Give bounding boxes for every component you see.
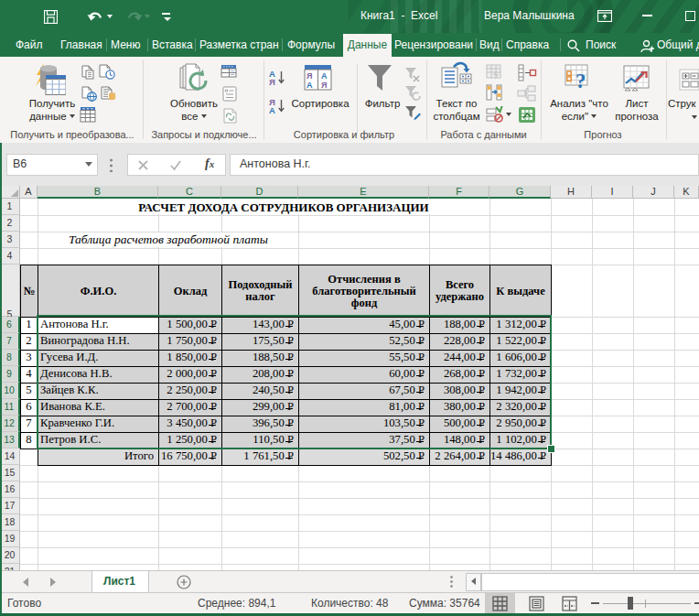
svg-text:А: А	[321, 71, 328, 81]
svg-text:А: А	[269, 105, 275, 114]
svg-text:Я: Я	[269, 77, 275, 86]
svg-text:А: А	[306, 81, 313, 90]
svg-text:?: ?	[575, 70, 586, 92]
svg-text:Я: Я	[306, 71, 312, 81]
svg-text:Я: Я	[321, 81, 327, 90]
